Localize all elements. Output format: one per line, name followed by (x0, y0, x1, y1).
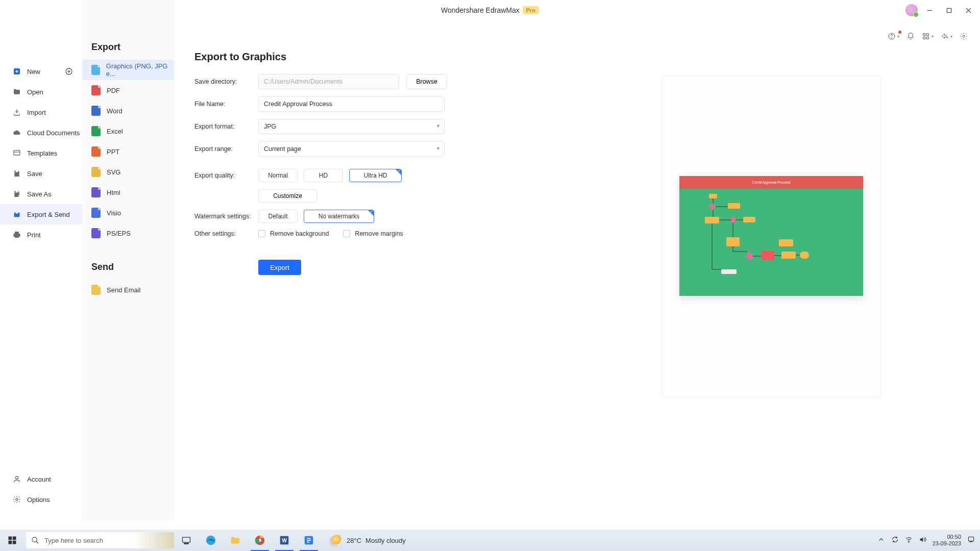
format-label: Word (107, 107, 122, 115)
watermark-default[interactable]: Default (258, 210, 298, 223)
nav-cloud[interactable]: Cloud Documents (0, 122, 82, 143)
tray-sync-icon[interactable] (891, 536, 899, 545)
explorer-app[interactable] (223, 530, 248, 551)
plus-square-icon (13, 67, 21, 76)
format-html[interactable]: Html (82, 182, 174, 203)
mail-icon (91, 285, 101, 295)
svg-rect-14 (15, 170, 18, 172)
watermark-none-label: No watermarks (318, 213, 360, 220)
svg-rect-21 (13, 541, 16, 544)
remove-bg-label: Remove background (270, 230, 329, 237)
format-pdf[interactable]: PDF (82, 80, 174, 101)
system-tray: 00:50 23-09-2023 (877, 534, 980, 546)
add-icon[interactable] (65, 67, 73, 76)
nav-import[interactable]: Import (0, 102, 82, 122)
browse-button[interactable]: Browse (406, 74, 447, 89)
edge-app[interactable] (199, 530, 223, 551)
send-email[interactable]: Send Email (82, 280, 174, 300)
svg-point-22 (32, 537, 37, 542)
folder-icon (13, 88, 21, 96)
export-range-label: Export range: (194, 145, 258, 153)
format-label: SVG (107, 168, 120, 176)
edraw-app[interactable] (297, 530, 321, 551)
nav-new[interactable]: New (0, 61, 82, 82)
export-section-title: Export (91, 42, 174, 53)
other-settings-label: Other settings: (194, 230, 258, 237)
print-icon (13, 231, 21, 239)
format-label: Excel (107, 128, 123, 135)
export-icon (13, 210, 21, 218)
preview-document: Credit Approval Process (679, 176, 863, 296)
clock[interactable]: 00:50 23-09-2023 (933, 534, 961, 546)
nav-label: Import (27, 109, 46, 116)
save-dir-input[interactable]: C:/Users/Admin/Documents (258, 74, 399, 89)
svg-rect-15 (15, 191, 18, 192)
send-section-title: Send (91, 262, 174, 272)
nav-print[interactable]: Print (0, 224, 82, 245)
nav-account[interactable]: Account (0, 469, 82, 489)
ppt-file-icon (91, 146, 101, 157)
html-file-icon (91, 187, 101, 197)
format-graphics[interactable]: Graphics (PNG, JPG e... (82, 60, 174, 80)
nav-label: Account (27, 475, 51, 483)
quality-ultra-hd[interactable]: Ultra HD (349, 169, 402, 182)
start-button[interactable] (0, 530, 24, 551)
send-label: Send Email (107, 286, 140, 294)
weather-widget[interactable]: 28°C Mostly cloudy (331, 535, 406, 546)
format-svg[interactable]: SVG (82, 162, 174, 182)
export-format-panel: Export Graphics (PNG, JPG e... PDF Word … (82, 0, 174, 521)
check-icon (368, 210, 374, 216)
svg-rect-18 (9, 537, 12, 540)
search-input[interactable]: Type here to search (26, 532, 174, 548)
format-pseps[interactable]: PS/EPS (82, 223, 174, 243)
nav-export-send[interactable]: Export & Send (0, 204, 82, 224)
export-button[interactable]: Export (258, 260, 301, 275)
svg-rect-24 (184, 543, 188, 544)
format-label: Html (107, 189, 120, 196)
excel-file-icon (91, 126, 101, 136)
file-name-input[interactable]: Credit Approval Process (258, 96, 445, 112)
svg-file-icon (91, 167, 101, 177)
remove-margins-checkbox[interactable]: Remove margins (343, 230, 403, 237)
svg-rect-23 (183, 537, 190, 542)
quality-normal[interactable]: Normal (258, 169, 298, 182)
export-main: Export to Graphics Save directory: C:/Us… (174, 0, 980, 521)
svg-point-17 (16, 498, 18, 500)
nav-save[interactable]: Save (0, 163, 82, 184)
quality-hd[interactable]: HD (304, 169, 343, 182)
import-icon (13, 108, 21, 116)
user-icon (13, 475, 21, 483)
nav-saveas[interactable]: Save As (0, 184, 82, 204)
weather-desc: Mostly cloudy (365, 537, 406, 544)
export-format-select[interactable]: JPG (258, 119, 445, 134)
gear-icon (13, 495, 21, 504)
customize-button[interactable]: Customize (258, 189, 317, 203)
taskbar: Type here to search W 28°C Mostly cloudy… (0, 530, 980, 551)
quality-ultra-label: Ultra HD (363, 172, 387, 179)
format-excel[interactable]: Excel (82, 121, 174, 141)
svg-rect-13 (14, 151, 20, 155)
tray-wifi-icon[interactable] (905, 536, 913, 545)
word-app[interactable]: W (272, 530, 297, 551)
image-file-icon (91, 65, 100, 75)
remove-margins-label: Remove margins (355, 230, 403, 237)
format-word[interactable]: Word (82, 101, 174, 121)
chrome-app[interactable] (248, 530, 272, 551)
task-view[interactable] (174, 530, 199, 551)
notification-center[interactable] (967, 536, 975, 545)
export-quality-label: Export quality: (194, 172, 258, 179)
nav-templates[interactable]: Templates (0, 143, 82, 163)
format-visio[interactable]: Visio (82, 203, 174, 223)
tray-chevron[interactable] (877, 536, 885, 545)
nav-label: Save As (27, 190, 52, 198)
nav-open[interactable]: Open (0, 82, 82, 102)
date: 23-09-2023 (933, 540, 961, 547)
tray-volume-icon[interactable] (919, 536, 926, 545)
format-ppt[interactable]: PPT (82, 141, 174, 162)
remove-bg-checkbox[interactable]: Remove background (258, 230, 329, 237)
export-range-select[interactable]: Current page (258, 141, 445, 157)
svg-point-32 (909, 542, 909, 542)
nav-options[interactable]: Options (0, 489, 82, 510)
watermark-none[interactable]: No watermarks (304, 210, 374, 223)
nav-label: Print (27, 231, 41, 239)
